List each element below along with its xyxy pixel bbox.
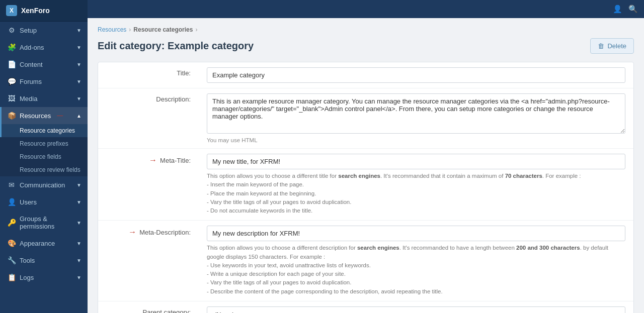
chevron-forums <box>76 79 82 84</box>
sidebar-label-addons: Add-ons <box>20 44 44 51</box>
breadcrumb-resources[interactable]: Resources <box>98 26 126 33</box>
title-row: Title: <box>98 62 633 88</box>
meta-description-label-text: Meta-Description: <box>139 229 191 236</box>
meta-description-hint: This option allows you to choose a diffe… <box>207 244 625 296</box>
sidebar-label-content: Content <box>20 61 43 68</box>
chevron-tools <box>76 258 82 263</box>
app-logo: X <box>6 5 17 16</box>
top-bar: 👤 🔍 <box>88 0 644 18</box>
sidebar-header: X XenForo <box>0 0 88 22</box>
app-title: XenForo <box>21 7 50 15</box>
sidebar-item-tools[interactable]: 🔧 Tools <box>0 252 88 269</box>
sidebar-item-groups[interactable]: 🔑 Groups & permissions <box>0 211 88 235</box>
breadcrumb-current: Resource categories <box>133 26 193 33</box>
sidebar-item-communication[interactable]: ✉ Communication <box>0 176 88 193</box>
chevron-users <box>76 199 82 205</box>
sidebar-item-content[interactable]: 📄 Content <box>0 56 88 73</box>
sidebar-item-setup[interactable]: ⚙ Setup <box>0 22 88 39</box>
meta-title-label-text: Meta-Title: <box>160 157 191 164</box>
chevron-addons <box>76 45 82 50</box>
meta-title-field: This option allows you to choose a diffe… <box>199 149 633 220</box>
meta-title-hint: This option allows you to choose a diffe… <box>207 172 625 215</box>
chevron-appearance <box>76 241 82 246</box>
sidebar-subitem-resource-prefixes[interactable]: Resource prefixes <box>0 137 88 150</box>
description-hint: You may use HTML <box>207 137 625 143</box>
title-input[interactable] <box>207 67 625 83</box>
sidebar-label-logs: Logs <box>20 274 34 281</box>
search-icon[interactable]: 🔍 <box>628 5 638 14</box>
resources-icon: 📦 <box>8 112 16 120</box>
description-field: This is an example resource manager cate… <box>199 88 633 148</box>
edit-form: Title: Description: This is an example r… <box>98 62 634 313</box>
delete-icon: 🗑 <box>598 42 604 50</box>
addons-icon: 🧩 <box>8 43 16 51</box>
tools-icon: 🔧 <box>8 256 16 264</box>
setup-icon: ⚙ <box>8 26 16 34</box>
content-icon: 📄 <box>8 60 16 68</box>
sidebar-label-tools: Tools <box>20 257 35 264</box>
description-input[interactable]: This is an example resource manager cate… <box>207 93 625 134</box>
chevron-groups <box>76 220 82 226</box>
breadcrumb-sep1: › <box>129 26 131 33</box>
resources-arrow: — <box>57 112 63 119</box>
meta-description-arrow-icon: → <box>128 228 136 237</box>
page-header: Edit category: Example category 🗑 Delete <box>98 38 634 54</box>
sidebar: X XenForo ⚙ Setup 🧩 Add-ons 📄 Content 💬 … <box>0 0 88 313</box>
forums-icon: 💬 <box>8 77 16 85</box>
appearance-icon: 🎨 <box>8 239 16 247</box>
content-area: Resources › Resource categories › Edit c… <box>88 18 644 313</box>
sidebar-label-appearance: Appearance <box>20 240 55 247</box>
description-row: Description: This is an example resource… <box>98 88 633 149</box>
page-title: Edit category: Example category <box>98 40 254 52</box>
sidebar-item-addons[interactable]: 🧩 Add-ons <box>0 39 88 56</box>
chevron-communication <box>76 182 82 188</box>
delete-button[interactable]: 🗑 Delete <box>590 38 634 54</box>
sidebar-item-appearance[interactable]: 🎨 Appearance <box>0 235 88 252</box>
meta-title-input[interactable] <box>207 154 625 169</box>
main-content: 👤 🔍 Resources › Resource categories › Ed… <box>88 0 644 313</box>
title-label: Title: <box>98 62 199 88</box>
parent-category-row: Parent category: (None) <box>98 301 633 313</box>
chevron-logs <box>76 275 82 280</box>
user-icon[interactable]: 👤 <box>613 5 622 14</box>
sidebar-label-resources: Resources <box>20 112 51 120</box>
sidebar-label-forums: Forums <box>20 78 42 85</box>
sidebar-label-groups: Groups & permissions <box>20 215 76 230</box>
sidebar-label-setup: Setup <box>20 27 37 34</box>
title-field <box>199 62 633 88</box>
meta-description-row: → Meta-Description: This option allows y… <box>98 221 633 301</box>
sidebar-item-media[interactable]: 🖼 Media <box>0 90 88 107</box>
chevron-media <box>76 96 82 101</box>
media-icon: 🖼 <box>8 94 16 102</box>
breadcrumb-sep2: › <box>195 26 197 33</box>
sidebar-label-communication: Communication <box>20 181 65 189</box>
meta-title-arrow-icon: → <box>149 156 157 165</box>
sidebar-label-media: Media <box>20 95 37 102</box>
delete-label: Delete <box>607 42 626 50</box>
sidebar-item-resources[interactable]: 📦 Resources — <box>0 107 88 124</box>
communication-icon: ✉ <box>8 181 16 189</box>
chevron-resources <box>76 113 82 119</box>
parent-category-select[interactable]: (None) <box>207 306 625 313</box>
chevron-setup <box>76 28 82 33</box>
description-label: Description: <box>98 88 199 148</box>
sidebar-item-forums[interactable]: 💬 Forums <box>0 73 88 90</box>
sidebar-subitem-resource-review-fields[interactable]: Resource review fields <box>0 163 88 176</box>
breadcrumb: Resources › Resource categories › <box>98 26 634 33</box>
users-icon: 👤 <box>8 198 16 206</box>
meta-description-field: This option allows you to choose a diffe… <box>199 221 633 301</box>
sidebar-item-logs[interactable]: 📋 Logs <box>0 269 88 286</box>
chevron-content <box>76 62 82 67</box>
sidebar-item-users[interactable]: 👤 Users <box>0 193 88 211</box>
sidebar-subitem-resource-fields[interactable]: Resource fields <box>0 150 88 163</box>
parent-category-field: (None) <box>199 301 633 313</box>
sidebar-label-users: Users <box>20 198 37 206</box>
meta-title-label: → Meta-Title: <box>98 149 199 220</box>
sidebar-subitem-resource-categories[interactable]: Resource categories <box>0 124 88 137</box>
resources-subitems: Resource categories Resource prefixes Re… <box>0 124 88 176</box>
parent-category-label: Parent category: <box>98 301 199 313</box>
meta-description-input[interactable] <box>207 226 625 241</box>
logs-icon: 📋 <box>8 273 16 281</box>
meta-title-row: → Meta-Title: This option allows you to … <box>98 149 633 221</box>
meta-description-label: → Meta-Description: <box>98 221 199 301</box>
